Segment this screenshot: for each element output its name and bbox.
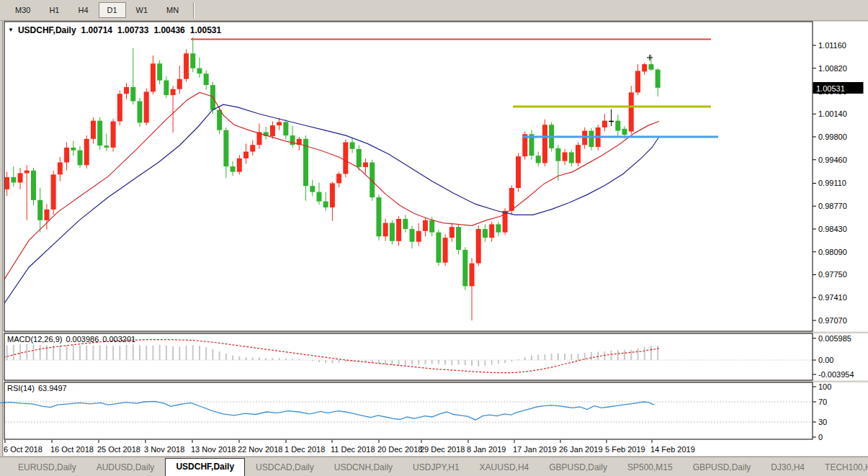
- date-label: 8 Jan 2019: [467, 445, 506, 454]
- rsi-indicator-label: RSI(14)63.9497: [7, 384, 67, 392]
- chart-canvas[interactable]: 1.011601.008201.004801.001400.998000.994…: [0, 0, 868, 476]
- chart-symbol-header[interactable]: ▼USDCHF,Daily1.007141.007331.004361.0053…: [8, 25, 221, 35]
- date-label: 13 Nov 2018: [191, 445, 236, 454]
- date-label: 14 Feb 2019: [650, 445, 695, 454]
- svg-text:-0.003954: -0.003954: [818, 370, 854, 379]
- svg-text:0.97070: 0.97070: [818, 316, 847, 325]
- macd-main-value: 0.003986: [66, 335, 99, 343]
- date-label: 25 Oct 2018: [97, 445, 140, 454]
- svg-text:0.99460: 0.99460: [818, 156, 847, 164]
- svg-text:1.01160: 1.01160: [818, 41, 846, 50]
- svg-text:1.00140: 1.00140: [818, 109, 847, 118]
- rsi-value: 63.9497: [38, 384, 67, 392]
- svg-text:0.005985: 0.005985: [818, 334, 851, 343]
- svg-text:1.00820: 1.00820: [818, 64, 847, 73]
- date-label: 22 Nov 2018: [238, 445, 282, 454]
- symbol-label: USDCHF,Daily: [18, 25, 76, 35]
- macd-name: MACD(12,26,9): [7, 335, 62, 343]
- svg-text:0.00: 0.00: [818, 356, 833, 364]
- high-value: 1.00733: [117, 25, 148, 35]
- date-label: 16 Oct 2018: [50, 445, 94, 454]
- date-label: 6 Oct 2018: [4, 445, 42, 454]
- svg-text:0: 0: [818, 433, 823, 441]
- date-label: 5 Feb 2019: [605, 445, 645, 454]
- svg-text:100: 100: [818, 382, 831, 391]
- svg-text:0.99800: 0.99800: [818, 133, 847, 141]
- svg-text:0.98090: 0.98090: [818, 248, 847, 256]
- date-label: 1 Dec 2018: [285, 445, 325, 454]
- low-value: 1.00436: [153, 25, 184, 35]
- svg-text:0.98770: 0.98770: [818, 202, 847, 210]
- macd-indicator-label: MACD(12,26,9)0.0039860.003201: [7, 335, 135, 343]
- date-label: 17 Jan 2019: [513, 445, 557, 454]
- date-label: 20 Dec 2018: [377, 445, 422, 454]
- svg-text:70: 70: [818, 398, 827, 406]
- date-label: 3 Nov 2018: [144, 445, 184, 454]
- svg-text:0.98430: 0.98430: [818, 225, 847, 233]
- date-label: 26 Jan 2019: [559, 445, 603, 454]
- rsi-name: RSI(14): [7, 384, 35, 392]
- mt4-chart-window: M30H1H4D1W1MN 1.011601.008201.004801.001…: [0, 0, 868, 476]
- svg-text:0.97410: 0.97410: [818, 293, 847, 302]
- close-value: 1.00531: [190, 25, 221, 35]
- svg-text:0.97750: 0.97750: [818, 270, 847, 279]
- date-label: 29 Dec 2018: [420, 445, 465, 454]
- svg-text:30: 30: [818, 418, 827, 426]
- macd-signal-value: 0.003201: [102, 335, 135, 343]
- open-value: 1.00714: [81, 25, 112, 35]
- date-label: 11 Dec 2018: [331, 445, 375, 454]
- current-price-value: 1.00531: [816, 84, 845, 93]
- svg-text:0.99110: 0.99110: [818, 179, 846, 187]
- symbol-dropdown-icon[interactable]: ▼: [8, 27, 14, 33]
